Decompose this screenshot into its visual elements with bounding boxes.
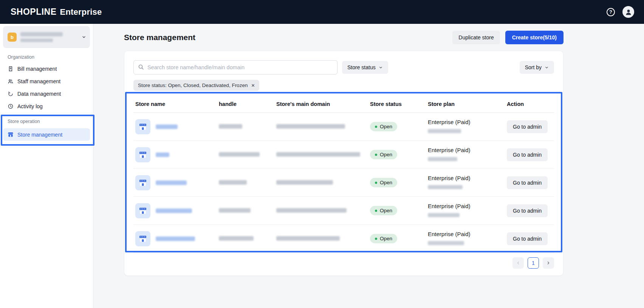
- plan-cell: Enterprise (Paid): [426, 231, 505, 247]
- data-sync-icon: [8, 91, 14, 97]
- logo-shopline-text: SHOPLINE: [11, 7, 57, 17]
- action-cell: Go to admin: [505, 204, 554, 217]
- section-store-operation: Store operation: [0, 112, 93, 127]
- redacted-store-name[interactable]: [156, 124, 178, 129]
- store-name-cell: [133, 147, 217, 162]
- chevron-right-icon: [546, 261, 551, 265]
- status-dot-icon: [375, 182, 377, 184]
- column-store-plan: Store plan: [426, 101, 505, 107]
- store-name-cell: [133, 119, 217, 134]
- store-name-cell: [133, 175, 217, 190]
- pagination-page-1[interactable]: 1: [528, 257, 539, 269]
- redacted-store-name[interactable]: [156, 180, 187, 185]
- store-table: Store name handle Store's main domain St…: [133, 95, 554, 253]
- handle-cell: [217, 179, 274, 186]
- redacted-store-name[interactable]: [156, 236, 195, 241]
- sidebar-item-staff-management[interactable]: Staff management: [0, 75, 93, 87]
- toolbar: Store status Sort by: [133, 60, 554, 75]
- close-icon[interactable]: ✕: [251, 83, 255, 88]
- topbar: SHOPLINE Enterprise ?: [0, 0, 644, 24]
- status-badge: Open: [370, 178, 397, 187]
- column-store-status: Store status: [368, 101, 426, 107]
- action-cell: Go to admin: [505, 176, 554, 189]
- duplicate-store-button[interactable]: Duplicate store: [452, 31, 500, 44]
- action-cell: Go to admin: [505, 120, 554, 133]
- redacted-handle: [219, 180, 247, 185]
- page-header: Store management Duplicate store Create …: [124, 30, 564, 45]
- redacted-store-name[interactable]: [156, 208, 192, 213]
- table-body: Open Enterprise (Paid) Go to admin Open …: [133, 113, 554, 253]
- filter-chip-label: Store status: Open, Closed, Deactivated,…: [138, 82, 248, 88]
- go-to-admin-button[interactable]: Go to admin: [507, 148, 548, 161]
- logo-enterprise-text: Enterprise: [60, 7, 102, 17]
- plan-cell: Enterprise (Paid): [426, 147, 505, 163]
- user-icon: [625, 8, 632, 16]
- active-filters-row: Store status: Open, Closed, Deactivated,…: [133, 80, 554, 91]
- redacted-handle: [219, 124, 242, 129]
- store-icon: [135, 147, 150, 162]
- status-dot-icon: [375, 126, 377, 128]
- plan-cell: Enterprise (Paid): [426, 175, 505, 191]
- store-name-cell: [133, 231, 217, 246]
- store-list-card: Store status Sort by Store status: Open,…: [124, 51, 564, 276]
- sidebar-item-bill-management[interactable]: Bill management: [0, 62, 93, 75]
- handle-cell: [217, 235, 274, 242]
- chevron-left-icon: [516, 261, 520, 265]
- plan-cell: Enterprise (Paid): [426, 203, 505, 219]
- redacted-domain: [276, 152, 360, 157]
- create-store-button[interactable]: Create store(5/10): [505, 31, 564, 44]
- sidebar-item-data-management[interactable]: Data management: [0, 87, 93, 100]
- store-status-filter-button[interactable]: Store status: [342, 61, 388, 74]
- pagination: 1: [133, 257, 554, 269]
- status-dot-icon: [375, 238, 377, 240]
- table-row: Open Enterprise (Paid) Go to admin: [133, 141, 554, 169]
- go-to-admin-button[interactable]: Go to admin: [507, 204, 548, 217]
- plan-cell: Enterprise (Paid): [426, 119, 505, 135]
- plan-name: Enterprise (Paid): [428, 231, 505, 237]
- pagination-prev-button[interactable]: [512, 257, 524, 269]
- redacted-domain: [276, 208, 347, 213]
- store-icon: [135, 175, 150, 190]
- chevron-down-icon: [545, 65, 549, 70]
- status-badge: Open: [370, 122, 397, 131]
- plan-name: Enterprise (Paid): [428, 203, 505, 209]
- go-to-admin-button[interactable]: Go to admin: [507, 232, 548, 245]
- table-row: Open Enterprise (Paid) Go to admin: [133, 225, 554, 253]
- redacted-handle: [219, 236, 254, 241]
- plan-name: Enterprise (Paid): [428, 119, 505, 125]
- redacted-plan-detail: [428, 241, 464, 245]
- redacted-plan-detail: [428, 185, 463, 189]
- domain-cell: [274, 207, 368, 214]
- go-to-admin-button[interactable]: Go to admin: [507, 176, 548, 189]
- plan-name: Enterprise (Paid): [428, 147, 505, 153]
- status-cell: Open: [368, 234, 426, 243]
- redacted-plan-detail: [428, 157, 457, 161]
- store-icon: [135, 119, 150, 134]
- activity-log-icon: [8, 103, 14, 109]
- avatar[interactable]: [622, 6, 634, 18]
- pagination-next-button[interactable]: [543, 257, 554, 269]
- sort-by-button[interactable]: Sort by: [520, 61, 554, 74]
- redacted-store-name[interactable]: [156, 152, 169, 157]
- table-row: Open Enterprise (Paid) Go to admin: [133, 113, 554, 141]
- redacted-handle: [219, 208, 251, 213]
- chevron-down-icon: [379, 65, 383, 70]
- status-cell: Open: [368, 150, 426, 159]
- sidebar-item-activity-log[interactable]: Activity log: [0, 100, 93, 112]
- sidebar-item-store-management[interactable]: Store management: [3, 128, 90, 141]
- go-to-admin-button[interactable]: Go to admin: [507, 120, 548, 133]
- search-input[interactable]: [133, 60, 337, 75]
- help-icon[interactable]: ?: [607, 8, 615, 16]
- status-dot-icon: [375, 210, 377, 212]
- domain-cell: [274, 151, 368, 158]
- search-box: [133, 60, 337, 75]
- chevron-down-icon: [82, 35, 86, 39]
- app-shell: b Organization Bill management Staff man…: [0, 24, 644, 308]
- table-row: Open Enterprise (Paid) Go to admin: [133, 169, 554, 197]
- org-switcher[interactable]: b: [3, 26, 90, 48]
- table-header: Store name handle Store's main domain St…: [133, 95, 554, 113]
- topbar-actions: ?: [607, 6, 634, 18]
- domain-cell: [274, 123, 368, 130]
- action-cell: Go to admin: [505, 148, 554, 161]
- column-main-domain: Store's main domain: [274, 101, 368, 107]
